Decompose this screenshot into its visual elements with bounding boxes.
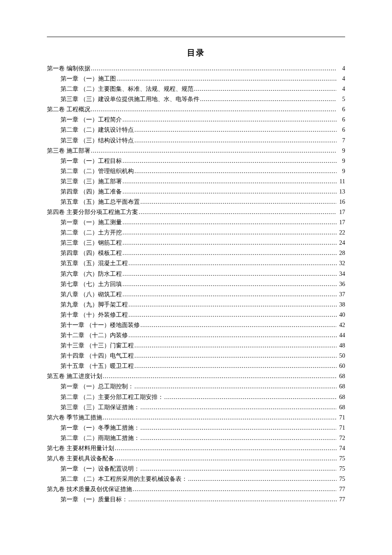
toc-entry-page: 68 [337, 402, 345, 413]
toc-entry-page: 4 [337, 64, 345, 74]
toc-entry: 第十四章 （十四）电气工程50 [47, 351, 345, 361]
toc-entry-label: 第六章 （六）防水工程 [61, 269, 122, 279]
toc-entry-label: 第七章 （七）土方回填 [61, 279, 122, 289]
toc-leader-dots [135, 136, 337, 146]
toc-leader-dots [123, 248, 337, 258]
toc-leader-dots [188, 474, 337, 484]
toc-entry-page: 68 [337, 392, 345, 402]
toc-entry-label: 第九章 （九）脚手架工程 [61, 300, 128, 310]
toc-entry-label: 第一章 （一）质量目标： [61, 494, 128, 505]
toc-leader-dots [117, 74, 337, 84]
toc-entry-label: 第十一章 （十一）楼地面装修 [61, 320, 140, 330]
toc-entry-label: 第三章 （三）工期保证措施： [61, 402, 140, 413]
toc-leader-dots [123, 289, 337, 300]
toc-entry-label: 第十五章 （十五）暖卫工程 [61, 361, 134, 371]
toc-entry-page: 24 [337, 238, 345, 248]
toc-leader-dots [129, 494, 337, 505]
toc-entry: 第十三章 （十三）门窗工程48 [47, 341, 345, 351]
toc-leader-dots [141, 423, 337, 433]
toc-entry: 第十二章 （十二）内装修44 [47, 330, 345, 341]
toc-entry-page: 77 [337, 484, 345, 494]
toc-entry: 第二卷 工程概况6 [47, 104, 345, 115]
toc-leader-dots [91, 104, 337, 115]
toc-entry-page: 4 [337, 74, 345, 84]
toc-leader-dots [141, 197, 337, 207]
toc-entry: 第三章 （三）施工部署11 [47, 176, 345, 187]
toc-entry-label: 第八章 （八）砌筑工程 [61, 289, 122, 300]
toc-entry-page: 37 [337, 289, 345, 300]
toc-entry: 第一章 （一）工程简介6 [47, 115, 345, 125]
toc-entry: 第十一章 （十一）楼地面装修42 [47, 320, 345, 330]
toc-leader-dots [123, 269, 337, 279]
toc-entry: 第二章 （二）建筑设计特点6 [47, 125, 345, 135]
toc-entry-label: 第四卷 主要分部分项工程施工方案 [47, 207, 138, 217]
toc-entry-page: 50 [337, 351, 345, 361]
toc-entry: 第二章 （二）管理组织机构9 [47, 166, 345, 176]
toc-entry-label: 第五卷 施工进度计划 [47, 371, 102, 382]
toc-entry-label: 第四章 （四）施工准备 [61, 187, 122, 197]
toc-leader-dots [200, 94, 337, 104]
toc-entry-page: 6 [337, 125, 345, 135]
toc-entry-page: 9 [337, 156, 345, 166]
toc-entry: 第六章 （六）防水工程34 [47, 269, 345, 279]
toc-entry-page: 72 [337, 433, 345, 443]
toc-entry: 第五卷 施工进度计划68 [47, 371, 345, 382]
toc-entry-page: 75 [337, 464, 345, 474]
toc-entry-page: 6 [337, 115, 345, 125]
toc-entry-page: 17 [337, 207, 345, 217]
toc-entry: 第二章 （二）本工程所采用的主要机械设备表：75 [47, 474, 345, 484]
toc-leader-dots [135, 382, 337, 392]
toc-leader-dots [91, 64, 337, 74]
toc-entry: 第七卷 主要材料用量计划74 [47, 443, 345, 454]
toc-entry-label: 第三卷 施工部署 [47, 146, 90, 156]
toc-entry: 第一章 （一）总工期控制：68 [47, 382, 345, 392]
toc-leader-dots [123, 228, 337, 238]
toc-leader-dots [135, 166, 337, 176]
toc-entry-page: 68 [337, 382, 345, 392]
toc-entry-page: 40 [337, 310, 345, 320]
toc-entry-page: 32 [337, 258, 345, 269]
toc-entry: 第一章 （一）施工图4 [47, 74, 345, 84]
toc-leader-dots [141, 433, 337, 443]
toc-entry: 第五章 （五）混凝土工程32 [47, 258, 345, 269]
toc-entry-page: 75 [337, 454, 345, 464]
toc-entry-page: 44 [337, 330, 345, 341]
toc-entry: 第十五章 （十五）暖卫工程60 [47, 361, 345, 371]
toc-leader-dots [135, 351, 337, 361]
toc-entry-label: 第十二章 （十二）内装修 [61, 330, 128, 341]
toc-entry: 第十章 （十）外装修工程40 [47, 310, 345, 320]
toc-entry-label: 第一卷 编制依据 [47, 64, 90, 74]
toc-leader-dots [91, 146, 337, 156]
toc-entry: 第一章 （一）质量目标：77 [47, 494, 345, 505]
toc-entry-page: 71 [337, 413, 345, 423]
toc-entry: 第三卷 施工部署9 [47, 146, 345, 156]
toc-entry-label: 第二章 （二）本工程所采用的主要机械设备表： [61, 474, 187, 484]
toc-entry: 第二章 （二）土方开挖22 [47, 228, 345, 238]
toc-entry-label: 第七卷 主要材料用量计划 [47, 443, 114, 454]
toc-leader-dots [123, 187, 337, 197]
toc-entry-label: 第一章 （一）工程目标 [61, 156, 122, 166]
toc-entry: 第三章 （三）建设单位提供施工用地、水、电等条件5 [47, 94, 345, 104]
toc-leader-dots [141, 402, 337, 413]
toc-leader-dots [115, 443, 337, 454]
toc-entry-page: 7 [337, 136, 345, 146]
toc-leader-dots [129, 330, 337, 341]
toc-entry-label: 第六卷 季节施工措施 [47, 413, 102, 423]
toc-entry-label: 第十章 （十）外装修工程 [61, 310, 128, 320]
toc-entry-label: 第一章 （一）冬季施工措施： [61, 423, 140, 433]
toc-entry-page: 6 [337, 104, 345, 115]
toc-leader-dots [194, 84, 337, 94]
toc-entry-label: 第二章 （二）雨期施工措施： [61, 433, 140, 443]
toc-entry-label: 第一章 （一）总工期控制： [61, 382, 134, 392]
toc-leader-dots [139, 207, 337, 217]
toc-leader-dots [123, 217, 337, 228]
toc-entry-label: 第一章 （一）施工图 [61, 74, 116, 84]
toc-entry: 第一卷 编制依据4 [47, 64, 345, 74]
toc-entry-label: 第三章 （三）施工部署 [61, 176, 122, 187]
toc-entry-label: 第十三章 （十三）门窗工程 [61, 341, 134, 351]
toc-entry-label: 第十四章 （十四）电气工程 [61, 351, 134, 361]
toc-leader-dots [123, 279, 337, 289]
toc-entry-page: 16 [337, 197, 345, 207]
toc-title: 目录 [47, 47, 345, 58]
toc-entry-label: 第五章 （五）混凝土工程 [61, 258, 128, 269]
